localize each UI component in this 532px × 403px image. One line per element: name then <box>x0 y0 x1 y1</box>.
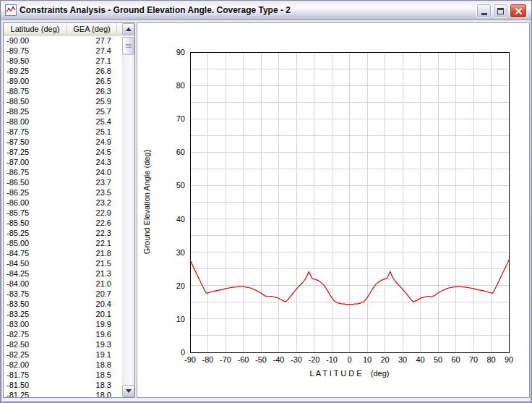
vertical-scrollbar[interactable] <box>122 23 134 397</box>
table-row[interactable]: -88.2525.7 <box>4 106 122 116</box>
table-row[interactable]: -82.5019.3 <box>4 339 122 349</box>
table-row[interactable]: -84.5021.5 <box>4 258 122 268</box>
column-header-latitude[interactable]: Latitude (deg) <box>4 23 67 35</box>
table-row[interactable]: -82.7519.6 <box>4 329 122 339</box>
cell-gea: 21.3 <box>67 268 117 279</box>
table-row[interactable]: -82.0018.8 <box>4 360 122 370</box>
cell-latitude: -83.50 <box>4 299 67 309</box>
table-row[interactable]: -87.5024.9 <box>4 137 122 147</box>
cell-latitude: -89.50 <box>4 56 67 66</box>
cell-gea: 19.3 <box>67 339 117 349</box>
client-area: Latitude (deg) GEA (deg) -90.0027.7-89.7… <box>2 20 530 401</box>
table-row[interactable]: -81.2518.0 <box>4 390 122 397</box>
cell-latitude: -90.00 <box>4 35 67 46</box>
app-window: Constraints Analysis - Ground Elevation … <box>0 0 532 403</box>
cell-gea: 18.3 <box>67 380 117 390</box>
table-row[interactable]: -89.2526.8 <box>4 66 122 76</box>
cell-latitude: -87.00 <box>4 157 67 167</box>
table-row[interactable]: -85.5022.6 <box>4 218 122 228</box>
table-row[interactable]: -88.5025.9 <box>4 96 122 106</box>
cell-gea: 22.9 <box>67 208 117 218</box>
scroll-down-button[interactable] <box>122 385 134 397</box>
cell-latitude: -85.75 <box>4 208 67 218</box>
y-tick-label: 40 <box>176 215 185 224</box>
table-row[interactable]: -83.5020.4 <box>4 299 122 309</box>
cell-latitude: -81.50 <box>4 380 67 390</box>
cell-gea: 27.1 <box>67 56 117 66</box>
cell-gea: 25.9 <box>67 96 117 106</box>
x-tick-label: 20 <box>380 355 389 364</box>
table-row[interactable]: -88.0025.4 <box>4 116 122 127</box>
app-icon[interactable] <box>5 4 17 16</box>
cell-gea: 26.3 <box>67 86 117 96</box>
x-tick-label: -20 <box>309 355 320 364</box>
cell-gea: 18.8 <box>67 360 117 370</box>
table-row[interactable]: -85.7522.9 <box>4 208 122 218</box>
cell-gea: 23.7 <box>67 177 117 187</box>
cell-latitude: -82.25 <box>4 349 67 360</box>
table-body: -90.0027.7-89.7527.4-89.5027.1-89.2526.8… <box>4 35 122 397</box>
x-tick-label: 60 <box>451 355 460 364</box>
scroll-up-button[interactable] <box>122 23 134 35</box>
table-row[interactable]: -84.2521.3 <box>4 268 122 279</box>
table-row[interactable]: -90.0027.7 <box>4 35 122 46</box>
y-tick-label: 10 <box>176 315 185 323</box>
table-row[interactable]: -89.5027.1 <box>4 56 122 66</box>
cell-gea: 24.0 <box>67 167 117 177</box>
minimize-button[interactable] <box>476 4 492 18</box>
close-button[interactable] <box>510 4 527 18</box>
table-row[interactable]: -86.5023.7 <box>4 177 122 187</box>
table-row[interactable]: -85.0022.1 <box>4 238 122 248</box>
table-row[interactable]: -86.2523.5 <box>4 187 122 198</box>
cell-gea: 27.7 <box>67 35 117 46</box>
cell-gea: 19.1 <box>67 349 117 360</box>
table-row[interactable]: -83.0019.9 <box>4 319 122 329</box>
chevron-up-icon <box>126 27 132 31</box>
x-tick-label: 0 <box>347 355 351 364</box>
cell-latitude: -89.25 <box>4 66 67 76</box>
cell-gea: 21.8 <box>67 248 117 258</box>
table-row[interactable]: -85.2522.3 <box>4 228 122 238</box>
table-row[interactable]: -84.7521.8 <box>4 248 122 258</box>
column-header-gea[interactable]: GEA (deg) <box>67 23 117 35</box>
table-row[interactable]: -88.7526.3 <box>4 86 122 96</box>
cell-latitude: -86.25 <box>4 187 67 198</box>
line-chart: -90-80-70-60-50-40-30-20-100102030405060… <box>137 23 529 397</box>
cell-gea: 25.1 <box>67 127 117 137</box>
cell-gea: 20.4 <box>67 299 117 309</box>
table-row[interactable]: -89.0026.5 <box>4 76 122 86</box>
table-row[interactable]: -87.7525.1 <box>4 127 122 137</box>
data-table-panel: Latitude (deg) GEA (deg) -90.0027.7-89.7… <box>3 22 135 398</box>
cell-latitude: -85.00 <box>4 238 67 248</box>
cell-latitude: -88.50 <box>4 96 67 106</box>
table-row[interactable]: -81.5018.3 <box>4 380 122 390</box>
cell-gea: 22.1 <box>67 238 117 248</box>
cell-latitude: -87.50 <box>4 137 67 147</box>
table-row[interactable]: -86.0023.2 <box>4 198 122 208</box>
scrollbar-thumb[interactable] <box>122 37 134 55</box>
cell-gea: 25.7 <box>67 106 117 116</box>
x-tick-label: 70 <box>469 355 478 364</box>
cell-gea: 20.7 <box>67 289 117 299</box>
cell-gea: 21.0 <box>67 279 117 289</box>
cell-latitude: -81.75 <box>4 370 67 380</box>
maximize-button[interactable] <box>493 4 508 18</box>
table-row[interactable]: -83.7520.7 <box>4 289 122 299</box>
table-row[interactable]: -87.2524.5 <box>4 147 122 157</box>
table-row[interactable]: -82.2519.1 <box>4 349 122 360</box>
table-row[interactable]: -89.7527.4 <box>4 46 122 56</box>
table-row[interactable]: -81.7518.5 <box>4 370 122 380</box>
table-row[interactable]: -83.2520.1 <box>4 309 122 319</box>
cell-gea: 24.9 <box>67 137 117 147</box>
cell-gea: 22.6 <box>67 218 117 228</box>
cell-latitude: -89.75 <box>4 46 67 56</box>
y-tick-label: 80 <box>176 81 185 90</box>
x-axis-title: L A T I T U D E (deg) <box>190 369 509 378</box>
titlebar[interactable]: Constraints Analysis - Ground Elevation … <box>1 1 531 20</box>
cell-latitude: -84.00 <box>4 279 67 289</box>
table-row[interactable]: -87.0024.3 <box>4 157 122 167</box>
y-tick-label: 0 <box>181 348 185 357</box>
cell-gea: 27.4 <box>67 46 117 56</box>
table-row[interactable]: -86.7524.0 <box>4 167 122 177</box>
table-row[interactable]: -84.0021.0 <box>4 279 122 289</box>
